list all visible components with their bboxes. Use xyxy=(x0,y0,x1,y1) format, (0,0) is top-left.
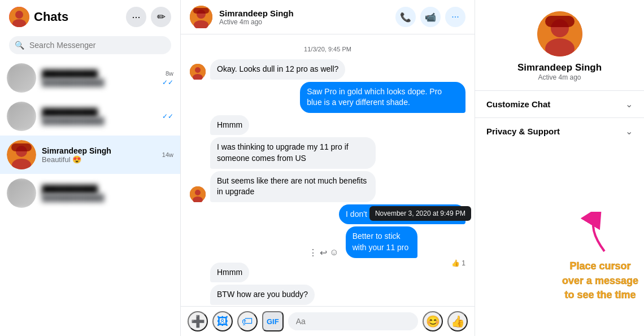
avatar xyxy=(7,63,36,93)
image-button[interactable]: 🖼 xyxy=(212,311,233,331)
customize-chat-row[interactable]: Customize Chat ⌄ xyxy=(475,91,644,117)
annotation-text: Place cursorover a messageto see the tim… xyxy=(562,259,638,302)
message-row: I was thinking to upgrade my 11 pro if s… xyxy=(190,137,465,168)
chat-main: Simrandeep Singh Active 4m ago 📞 📹 ··· 1… xyxy=(181,0,475,336)
message-bubble: I was thinking to upgrade my 11 pro if s… xyxy=(210,137,376,168)
svg-rect-10 xyxy=(193,8,209,14)
chat-item-info: ██████████ ████████████ xyxy=(42,185,173,202)
chat-item-meta: 8w ✓✓ xyxy=(162,70,173,86)
chat-item-preview: ████████████ xyxy=(42,78,156,87)
emoji-button[interactable]: 😊 xyxy=(423,311,443,331)
avatar xyxy=(190,64,206,80)
chat-item-info: ██████████ ████████████ xyxy=(42,108,156,125)
chat-input-bar: ➕ 🖼 🏷 GIF 😊 👍 xyxy=(181,306,475,336)
message-bubble: Saw Pro in gold which looks dope. Pro bl… xyxy=(300,82,465,113)
contact-name: Simrandeep Singh xyxy=(219,8,389,18)
message-bubble: Hmmm xyxy=(210,115,249,136)
right-panel-section-customize: Customize Chat ⌄ xyxy=(475,90,644,117)
avatar xyxy=(7,102,36,131)
chat-item-info: ██████████ ████████████ xyxy=(42,69,156,87)
chat-item-time: 8w xyxy=(166,70,173,77)
user-avatar xyxy=(9,7,29,27)
chat-item-name: ██████████ xyxy=(42,69,156,78)
svg-point-12 xyxy=(195,67,201,73)
gif-button[interactable]: GIF xyxy=(262,311,284,331)
chat-item-info: Simrandeep Singh Beautiful 😍 xyxy=(42,146,156,164)
chat-item-name: ██████████ xyxy=(42,108,156,117)
right-panel-name: Simrandeep Singh xyxy=(517,62,602,73)
chat-list: ██████████ ████████████ 8w ✓✓ ██████████… xyxy=(0,59,180,336)
more-info-button[interactable]: ··· xyxy=(445,7,465,27)
chat-item-preview: ████████████ xyxy=(42,117,156,125)
avatar xyxy=(7,140,36,169)
right-panel-status: Active 4m ago xyxy=(538,73,581,81)
contact-status: Active 4m ago xyxy=(219,18,389,26)
chat-header-actions: 📞 📹 ··· xyxy=(395,7,465,27)
chevron-down-icon: ⌄ xyxy=(625,99,633,110)
message-input[interactable] xyxy=(288,312,418,330)
list-item[interactable]: ██████████ ████████████ ✓✓ xyxy=(0,97,180,136)
svg-point-1 xyxy=(15,11,23,19)
chat-item-preview: ████████████ xyxy=(42,194,173,202)
contact-avatar xyxy=(190,6,212,28)
attach-button[interactable]: ➕ xyxy=(188,311,208,331)
message-bubble: Hmmm xyxy=(210,263,249,283)
search-input[interactable] xyxy=(9,36,171,54)
svg-rect-26 xyxy=(545,16,575,27)
message-tooltip: November 3, 2020 at 9:49 PM xyxy=(369,206,471,221)
privacy-support-row[interactable]: Privacy & Support ⌄ xyxy=(475,118,644,145)
chat-item-meta: 14w xyxy=(162,151,173,158)
message-actions: ⋮ ↩ ☺ xyxy=(308,247,338,258)
right-panel: Simrandeep Singh Active 4m ago Customize… xyxy=(475,0,644,336)
more-icon[interactable]: ⋮ xyxy=(308,247,317,258)
search-bar: 🔍 xyxy=(9,36,171,54)
list-item[interactable]: ██████████ ████████████ xyxy=(0,174,180,212)
sidebar-title: Chats xyxy=(34,10,121,24)
chevron-down-icon: ⌄ xyxy=(625,126,633,137)
message-row: Hmmm xyxy=(190,263,465,283)
chat-item-time: 14w xyxy=(162,151,173,158)
message-row: Hmmm xyxy=(190,115,465,136)
chat-item-name: Simrandeep Singh xyxy=(42,146,156,155)
search-icon: 🔍 xyxy=(15,41,24,50)
thumbs-up-button[interactable]: 👍 xyxy=(447,311,468,331)
compose-button[interactable]: ✏ xyxy=(151,7,171,27)
privacy-support-label: Privacy & Support xyxy=(486,126,560,136)
right-panel-section-privacy: Privacy & Support ⌄ xyxy=(475,117,644,145)
message-row: Okay. Looks dull in 12 pro as well? xyxy=(190,59,465,80)
sticker-button[interactable]: 🏷 xyxy=(237,311,258,331)
chat-item-preview: Beautiful 😍 xyxy=(42,155,156,164)
react-icon[interactable]: ☺ xyxy=(329,247,338,258)
avatar xyxy=(190,186,206,202)
right-panel-avatar xyxy=(537,11,582,56)
read-icon: ✓✓ xyxy=(162,78,173,86)
message-bubble: Okay. Looks dull in 12 pro as well? xyxy=(210,59,345,80)
message-row[interactable]: ⋮ ↩ ☺ November 3, 2020 at 9:49 PM Better… xyxy=(190,226,465,258)
video-call-button[interactable]: 📹 xyxy=(420,7,441,27)
message-row: Saw Pro in gold which looks dope. Pro bl… xyxy=(190,82,465,113)
date-separator: 11/3/20, 9:45 PM xyxy=(190,46,465,53)
reply-icon[interactable]: ↩ xyxy=(320,247,327,258)
message-bubble: But seems like there are not much benefi… xyxy=(210,171,376,202)
sidebar-header: Chats ··· ✏ xyxy=(0,0,180,34)
list-item[interactable]: ██████████ ████████████ 8w ✓✓ xyxy=(0,59,180,97)
svg-rect-6 xyxy=(11,143,32,151)
more-options-button[interactable]: ··· xyxy=(126,7,146,27)
message-row: BTW how are you buddy? xyxy=(190,285,465,305)
message-bubble: Better to stick with your 11 pro xyxy=(346,226,417,258)
svg-point-15 xyxy=(195,190,201,195)
chat-messages: 11/3/20, 9:45 PM Okay. Looks dull in 12 … xyxy=(181,34,475,306)
avatar xyxy=(7,178,36,208)
list-item-simrandeep[interactable]: Simrandeep Singh Beautiful 😍 14w xyxy=(0,136,180,174)
message-row: But seems like there are not much benefi… xyxy=(190,171,465,202)
phone-call-button[interactable]: 📞 xyxy=(395,7,416,27)
sidebar-actions: ··· ✏ xyxy=(126,7,171,27)
message-bubble: BTW how are you buddy? xyxy=(210,285,315,305)
chat-item-meta: ✓✓ xyxy=(162,112,173,120)
chat-messages-wrap: 11/3/20, 9:45 PM Okay. Looks dull in 12 … xyxy=(181,34,475,306)
sidebar: Chats ··· ✏ 🔍 ██████████ ████████████ 8w… xyxy=(0,0,181,336)
read-icon: ✓✓ xyxy=(162,112,173,120)
chat-header: Simrandeep Singh Active 4m ago 📞 📹 ··· xyxy=(181,0,475,34)
chat-item-name: ██████████ xyxy=(42,185,173,194)
chat-header-info: Simrandeep Singh Active 4m ago xyxy=(219,8,389,26)
